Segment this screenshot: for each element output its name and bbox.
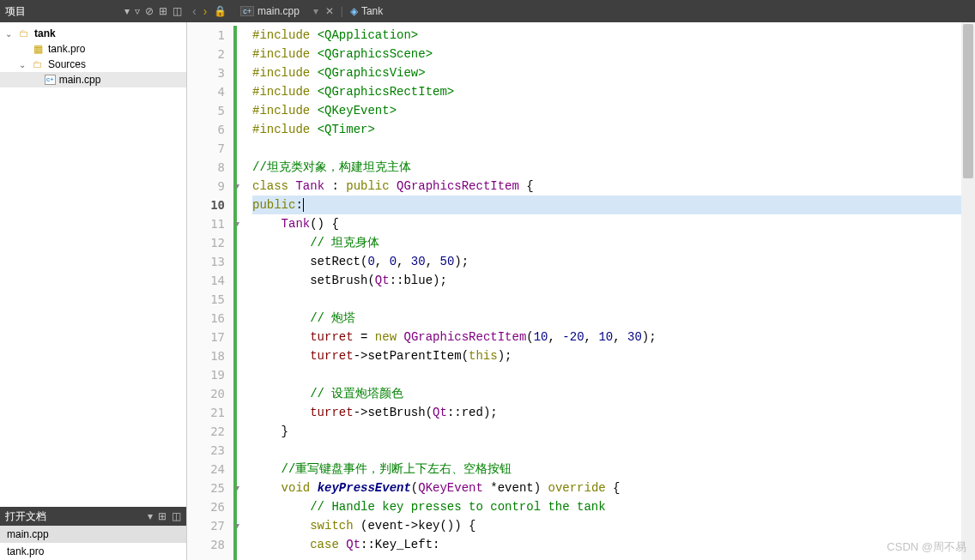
line-number: 5 [187,101,225,120]
line-number: 10 [187,196,225,214]
code-line[interactable]: setRect(0, 0, 30, 50); [252,252,975,271]
code-line[interactable]: #include <QGraphicsRectItem> [252,82,975,101]
code-line[interactable]: #include <QGraphicsView> [252,63,975,82]
watermark: CSDN @周不易 [887,539,966,555]
line-number: 8 [187,158,225,177]
code-line[interactable]: setBrush(Qt::blue); [252,271,975,290]
class-icon: ◈ [350,5,358,17]
fold-column[interactable]: ▾▾▾▾ [233,22,249,560]
code-line[interactable]: void keyPressEvent(QKeyEvent *event) ove… [252,479,975,497]
outline-label: Tank [361,5,383,17]
line-number: 22 [187,422,225,441]
line-number: 26 [187,497,225,516]
code-line[interactable]: case Qt::Key_Left: [252,535,975,554]
editor-tab[interactable]: c+ main.cpp [233,3,306,19]
line-number: 15 [187,290,225,309]
line-number: 21 [187,403,225,422]
expand-arrow-icon[interactable]: ⌄ [3,29,14,39]
pro-file-icon: ▦ [31,43,45,55]
scrollbar-thumb[interactable] [963,24,973,178]
line-number: 6 [187,120,225,139]
tab-close-icon[interactable]: ✕ [325,5,334,17]
line-number-gutter: 1234567891011121314151617181920212223242… [187,22,233,560]
line-number: 17 [187,328,225,346]
code-line[interactable]: #include <QApplication> [252,26,975,45]
code-line[interactable]: #include <QGraphicsScene> [252,45,975,63]
code-line[interactable] [252,290,975,309]
line-number: 1 [187,26,225,45]
line-number: 11 [187,214,225,233]
open-doc-item[interactable]: main.cpp [0,526,186,543]
line-number: 3 [187,63,225,82]
open-documents-list[interactable]: main.cpp tank.pro [0,526,186,560]
project-panel-header: 项目 ▾ ▿ ⊘ ⊞ ◫ [0,0,187,22]
tab-dropdown-icon[interactable]: ▾ [313,5,318,17]
tree-sources-folder[interactable]: ⌄ 🗀 Sources [0,57,186,72]
line-number: 27 [187,516,225,535]
line-number: 16 [187,309,225,328]
add-icon[interactable]: ⊞ [158,510,167,522]
code-line[interactable]: class Tank : public QGraphicsRectItem { [252,177,975,196]
line-number: 12 [187,233,225,252]
nav-back-icon[interactable]: ‹ [192,4,197,18]
vertical-scrollbar[interactable] [961,22,975,560]
code-line[interactable]: #include <QKeyEvent> [252,101,975,120]
split-icon[interactable]: ◫ [173,5,182,17]
code-line[interactable]: // 设置炮塔颜色 [252,384,975,403]
code-line[interactable] [252,139,975,158]
project-panel-title: 项目 [5,4,26,19]
nav-forward-icon[interactable]: › [203,4,208,18]
tree-pro-file[interactable]: ▦ tank.pro [0,41,186,57]
dropdown-icon[interactable]: ▾ [124,5,130,17]
code-line[interactable] [252,365,975,384]
code-line[interactable]: //重写键盘事件，判断上下左右、空格按钮 [252,460,975,479]
open-doc-item[interactable]: tank.pro [0,543,186,560]
code-area[interactable]: #include <QApplication>#include <QGraphi… [249,22,975,560]
editor-tabbar: ‹ › 🔒 c+ main.cpp ▾ ✕ | ◈ Tank [187,0,975,22]
line-number: 18 [187,346,225,365]
line-number: 20 [187,384,225,403]
fold-toggle-icon[interactable]: ▾ [235,483,239,492]
dropdown-icon[interactable]: ▾ [148,510,153,522]
code-line[interactable]: } [252,422,975,441]
tree-root[interactable]: ⌄ 🗀 tank [0,26,186,41]
expand-arrow-icon[interactable]: ⌄ [17,60,27,69]
line-number: 7 [187,139,225,158]
code-line[interactable]: public: [252,196,975,214]
project-tree[interactable]: ⌄ 🗀 tank ▦ tank.pro ⌄ 🗀 Sources c+ main.… [0,22,186,507]
code-editor[interactable]: 1234567891011121314151617181920212223242… [187,22,975,560]
outline-selector[interactable]: ◈ Tank [350,5,383,17]
code-line[interactable]: turret->setParentItem(this); [252,346,975,365]
line-number: 25 [187,479,225,497]
code-line[interactable]: #include <QTimer> [252,120,975,139]
code-line[interactable]: Tank() { [252,214,975,233]
code-line[interactable] [252,441,975,460]
code-line[interactable]: //坦克类对象，构建坦克主体 [252,158,975,177]
code-line[interactable]: switch (event->key()) { [252,516,975,535]
line-number: 13 [187,252,225,271]
code-line[interactable]: // 炮塔 [252,309,975,328]
text-cursor [303,198,304,212]
open-documents-header: 打开文档 ▾ ⊞ ◫ [0,507,186,526]
fold-toggle-icon[interactable]: ▾ [235,521,239,530]
fold-toggle-icon[interactable]: ▾ [235,219,239,228]
add-icon[interactable]: ⊞ [159,5,167,17]
open-documents-title: 打开文档 [5,509,46,524]
split-icon[interactable]: ◫ [172,510,181,522]
cpp-file-icon: c+ [45,75,56,85]
line-number: 28 [187,535,225,554]
code-line[interactable]: // Handle key presses to control the tan… [252,497,975,516]
filter-icon[interactable]: ▿ [135,5,140,17]
tab-filename: main.cpp [257,5,300,17]
lock-icon[interactable]: 🔒 [214,5,227,17]
line-number: 4 [187,82,225,101]
fold-toggle-icon[interactable]: ▾ [235,181,239,190]
link-icon[interactable]: ⊘ [145,5,154,17]
line-number: 2 [187,45,225,63]
code-line[interactable]: // 坦克身体 [252,233,975,252]
code-line[interactable]: turret = new QGraphicsRectItem(10, -20, … [252,328,975,346]
tree-main-cpp[interactable]: c+ main.cpp [0,72,186,87]
code-line[interactable]: turret->setBrush(Qt::red); [252,403,975,422]
folder-icon: 🗀 [31,58,45,70]
line-number: 23 [187,441,225,460]
